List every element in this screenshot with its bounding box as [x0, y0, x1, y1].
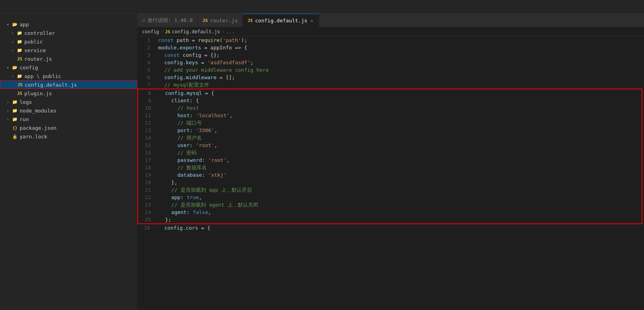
main-area: ▾📂app›📁controller›📁public›📁service JSrou… [0, 14, 644, 310]
sidebar-item-controller[interactable]: ›📁controller [0, 29, 137, 37]
code-line-17: 17 password: 'root', [138, 156, 642, 164]
code-line-24: 24 agent: false, [138, 208, 642, 216]
sidebar-item-yarn[interactable]: 🔒yarn.lock [0, 132, 137, 141]
sidebar-item-plugin[interactable]: JSplugin.js [0, 89, 137, 98]
tab-release[interactable]: ⊙发行说明: 1.46.0 [137, 14, 198, 27]
expand-icon: › [9, 38, 16, 45]
code-line-1: 1const path = require('path'); [137, 36, 644, 44]
line-number-15: 15 [138, 141, 156, 149]
sidebar-item-logs[interactable]: ›📁logs [0, 98, 137, 106]
tab-router[interactable]: JSrouter.js [198, 14, 243, 27]
code-line-19: 19 database: 'xtkj' [138, 171, 642, 179]
line-number-4: 4 [137, 59, 155, 66]
expand-icon: › [9, 73, 16, 79]
code-line-6: 6 config.middleware = []; [137, 74, 644, 81]
line-number-10: 10 [138, 104, 156, 112]
code-line-25: 25 }; [138, 216, 642, 223]
expand-icon: ▾ [5, 21, 11, 27]
bc-folder: config [142, 29, 159, 34]
vscode-icon: ⊙ [142, 17, 145, 24]
line-number-25: 25 [138, 216, 156, 223]
code-line-15: 15 user: 'root', [138, 141, 642, 149]
line-number-21: 21 [138, 186, 156, 194]
tab-bar: ⊙发行说明: 1.46.0JSrouter.jsJSconfig.default… [137, 14, 644, 27]
line-content-18: // 数据库名 [156, 164, 642, 171]
line-number-18: 18 [138, 164, 156, 171]
item-label: run [20, 116, 29, 122]
js-icon: JS [16, 56, 23, 62]
line-number-24: 24 [138, 208, 156, 216]
line-content-2: module.exports = appInfo => { [155, 44, 644, 51]
folder-icon: 📁 [16, 73, 23, 79]
code-line-22: 22 app: true, [138, 194, 642, 201]
folder-icon: 📁 [16, 30, 23, 36]
item-label: controller [24, 30, 55, 36]
expand-icon: › [5, 107, 11, 114]
code-line-14: 14 // 用户名 [138, 134, 642, 141]
bc-sep1: › [161, 29, 163, 34]
line-content-22: app: true, [156, 194, 642, 201]
line-content-19: database: 'xtkj' [156, 171, 642, 179]
folder-icon: 📁 [16, 38, 23, 45]
sidebar-item-app[interactable]: ▾📂app [0, 20, 137, 29]
js-icon: JS [16, 90, 23, 96]
breadcrumb: config › JS config.default.js › ... [137, 27, 644, 36]
sidebar-item-run[interactable]: ›📁run [0, 115, 137, 123]
sidebar-tree: ▾📂app›📁controller›📁public›📁service JSrou… [0, 20, 137, 310]
expand-icon: › [5, 116, 11, 122]
line-content-26: config.cors = { [155, 224, 644, 232]
expand-icon [9, 90, 16, 96]
sidebar-item-app-public[interactable]: ›📁app \ public [0, 72, 137, 80]
expand-icon: ▾ [5, 64, 11, 71]
sidebar-title [0, 14, 137, 20]
line-content-12: // 端口号 [156, 119, 642, 127]
sidebar-item-config-default[interactable]: JSconfig.default.js [0, 80, 137, 89]
editor-content[interactable]: 1const path = require('path');2module.ex… [137, 36, 644, 310]
code-line-7: 7 // mysql配置文件 [137, 81, 644, 89]
code-line-9: 9 client: { [138, 97, 642, 104]
line-content-4: config.keys = 'asdfasdfasdf'; [155, 59, 644, 66]
item-label: app \ public [24, 73, 61, 79]
line-content-17: password: 'root', [156, 156, 642, 164]
expand-icon: › [5, 99, 11, 105]
line-number-11: 11 [138, 112, 156, 119]
code-line-16: 16 // 密码 [138, 149, 642, 156]
code-line-13: 13 port: '3306', [138, 127, 642, 134]
sidebar-item-node_modules[interactable]: ›📁node_modules [0, 106, 137, 115]
line-content-3: const config = {}; [155, 51, 644, 59]
code-line-4: 4 config.keys = 'asdfasdfasdf'; [137, 59, 644, 66]
line-number-3: 3 [137, 51, 155, 59]
item-label: logs [20, 99, 32, 105]
line-content-7: // mysql配置文件 [155, 81, 644, 89]
code-line-8: 8 config.mysql = { [138, 89, 642, 97]
sidebar-item-config[interactable]: ▾📂config [0, 63, 137, 72]
line-number-17: 17 [138, 156, 156, 164]
lock-icon: 🔒 [12, 133, 18, 140]
item-label: service [24, 47, 46, 53]
code-line-18: 18 // 数据库名 [138, 164, 642, 171]
tab-config-default[interactable]: JSconfig.default.js✕ [243, 14, 319, 27]
line-number-26: 26 [137, 224, 155, 232]
json-icon: {} [12, 125, 18, 131]
item-label: config.default.js [25, 82, 77, 88]
line-number-7: 7 [137, 81, 155, 89]
folder-icon: 📁 [12, 99, 18, 105]
line-number-12: 12 [138, 119, 156, 127]
sidebar-item-service[interactable]: ›📁service [0, 46, 137, 54]
sidebar: ▾📂app›📁controller›📁public›📁service JSrou… [0, 14, 137, 310]
line-number-2: 2 [137, 44, 155, 51]
item-label: public [24, 39, 43, 45]
expand-icon [5, 125, 11, 131]
sidebar-item-router[interactable]: JSrouter.js [0, 54, 137, 63]
line-number-16: 16 [138, 149, 156, 156]
code-line-23: 23 // 是否加载到 agent 上，默认关闭 [138, 201, 642, 208]
sidebar-item-package[interactable]: {}package.json [0, 123, 137, 132]
code-line-21: 21 // 是否加载到 app 上，默认开启 [138, 186, 642, 194]
tab-close-btn[interactable]: ✕ [310, 17, 314, 24]
line-content-25: }; [156, 216, 642, 223]
item-label: app [20, 22, 29, 27]
js-tab-icon: JS [203, 18, 208, 23]
code-line-5: 5 // add your middleware config here [137, 66, 644, 74]
line-content-20: }, [156, 179, 642, 186]
sidebar-item-public[interactable]: ›📁public [0, 37, 137, 46]
